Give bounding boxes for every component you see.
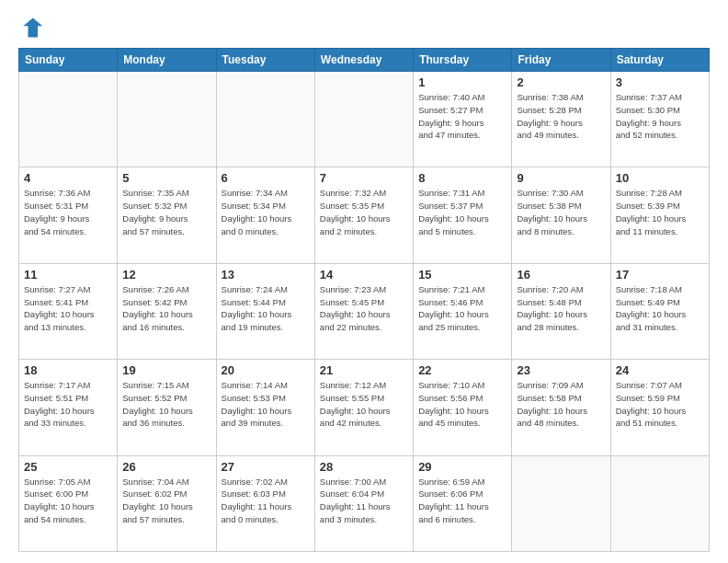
day-number: 14 xyxy=(320,268,408,282)
logo-icon xyxy=(18,15,44,40)
day-number: 28 xyxy=(320,460,408,474)
calendar-cell: 28Sunrise: 7:00 AM Sunset: 6:04 PM Dayli… xyxy=(314,455,413,551)
day-number: 15 xyxy=(418,268,506,282)
day-number: 21 xyxy=(320,363,408,377)
calendar-cell: 15Sunrise: 7:21 AM Sunset: 5:46 PM Dayli… xyxy=(414,263,512,359)
calendar-cell: 8Sunrise: 7:31 AM Sunset: 5:37 PM Daylig… xyxy=(414,167,512,263)
header xyxy=(18,15,710,40)
day-info: Sunrise: 7:32 AM Sunset: 5:35 PM Dayligh… xyxy=(320,187,408,237)
day-number: 22 xyxy=(418,363,506,377)
calendar-cell: 21Sunrise: 7:12 AM Sunset: 5:55 PM Dayli… xyxy=(314,360,413,455)
weekday-header-friday: Friday xyxy=(512,49,610,72)
calendar-cell xyxy=(314,72,413,167)
day-info: Sunrise: 7:04 AM Sunset: 6:02 PM Dayligh… xyxy=(122,476,210,526)
day-number: 24 xyxy=(616,363,704,377)
calendar-week-row: 25Sunrise: 7:05 AM Sunset: 6:00 PM Dayli… xyxy=(19,455,710,551)
day-info: Sunrise: 7:28 AM Sunset: 5:39 PM Dayligh… xyxy=(616,187,704,237)
day-info: Sunrise: 7:23 AM Sunset: 5:45 PM Dayligh… xyxy=(320,283,408,334)
weekday-header-wednesday: Wednesday xyxy=(314,49,413,72)
calendar-cell: 23Sunrise: 7:09 AM Sunset: 5:58 PM Dayli… xyxy=(512,360,610,455)
day-number: 11 xyxy=(24,268,112,282)
day-number: 8 xyxy=(418,171,506,185)
day-number: 3 xyxy=(616,75,704,89)
calendar-cell: 19Sunrise: 7:15 AM Sunset: 5:52 PM Dayli… xyxy=(118,360,216,455)
day-info: Sunrise: 7:31 AM Sunset: 5:37 PM Dayligh… xyxy=(418,187,506,237)
calendar-cell: 11Sunrise: 7:27 AM Sunset: 5:41 PM Dayli… xyxy=(19,263,118,359)
calendar-cell xyxy=(216,72,314,167)
calendar-cell: 13Sunrise: 7:24 AM Sunset: 5:44 PM Dayli… xyxy=(216,263,314,359)
calendar-cell: 17Sunrise: 7:18 AM Sunset: 5:49 PM Dayli… xyxy=(610,263,709,359)
calendar-cell: 9Sunrise: 7:30 AM Sunset: 5:38 PM Daylig… xyxy=(512,167,610,263)
day-number: 4 xyxy=(24,171,112,185)
day-number: 26 xyxy=(122,460,210,474)
day-info: Sunrise: 7:34 AM Sunset: 5:34 PM Dayligh… xyxy=(222,187,310,237)
day-number: 29 xyxy=(418,460,506,474)
day-info: Sunrise: 7:05 AM Sunset: 6:00 PM Dayligh… xyxy=(24,476,112,526)
day-info: Sunrise: 7:12 AM Sunset: 5:55 PM Dayligh… xyxy=(320,379,408,430)
calendar-table: SundayMondayTuesdayWednesdayThursdayFrid… xyxy=(18,48,710,552)
day-info: Sunrise: 7:17 AM Sunset: 5:51 PM Dayligh… xyxy=(24,379,112,430)
calendar-cell: 16Sunrise: 7:20 AM Sunset: 5:48 PM Dayli… xyxy=(512,263,610,359)
day-number: 25 xyxy=(24,460,112,474)
calendar-cell: 4Sunrise: 7:36 AM Sunset: 5:31 PM Daylig… xyxy=(19,167,118,263)
day-number: 10 xyxy=(616,171,704,185)
day-number: 20 xyxy=(222,363,310,377)
weekday-header-sunday: Sunday xyxy=(19,49,118,72)
day-number: 13 xyxy=(222,268,310,282)
calendar-cell: 27Sunrise: 7:02 AM Sunset: 6:03 PM Dayli… xyxy=(216,455,314,551)
day-info: Sunrise: 7:30 AM Sunset: 5:38 PM Dayligh… xyxy=(517,187,605,237)
day-info: Sunrise: 7:35 AM Sunset: 5:32 PM Dayligh… xyxy=(122,187,210,237)
weekday-header-monday: Monday xyxy=(118,49,216,72)
calendar-cell: 25Sunrise: 7:05 AM Sunset: 6:00 PM Dayli… xyxy=(19,455,118,551)
day-number: 5 xyxy=(122,171,210,185)
calendar-week-row: 4Sunrise: 7:36 AM Sunset: 5:31 PM Daylig… xyxy=(19,167,710,263)
calendar-cell: 20Sunrise: 7:14 AM Sunset: 5:53 PM Dayli… xyxy=(216,360,314,455)
day-info: Sunrise: 7:40 AM Sunset: 5:27 PM Dayligh… xyxy=(418,91,506,142)
svg-marker-0 xyxy=(23,18,42,38)
day-number: 6 xyxy=(222,171,310,185)
logo xyxy=(18,15,48,40)
day-number: 19 xyxy=(122,363,210,377)
day-number: 27 xyxy=(222,460,310,474)
calendar-cell xyxy=(610,455,709,551)
day-number: 23 xyxy=(517,363,605,377)
calendar-cell: 6Sunrise: 7:34 AM Sunset: 5:34 PM Daylig… xyxy=(216,167,314,263)
day-info: Sunrise: 7:09 AM Sunset: 5:58 PM Dayligh… xyxy=(517,379,605,430)
calendar-cell: 22Sunrise: 7:10 AM Sunset: 5:56 PM Dayli… xyxy=(414,360,512,455)
calendar-cell: 24Sunrise: 7:07 AM Sunset: 5:59 PM Dayli… xyxy=(610,360,709,455)
day-info: Sunrise: 7:07 AM Sunset: 5:59 PM Dayligh… xyxy=(616,379,704,430)
day-info: Sunrise: 7:36 AM Sunset: 5:31 PM Dayligh… xyxy=(24,187,112,237)
calendar-cell: 10Sunrise: 7:28 AM Sunset: 5:39 PM Dayli… xyxy=(610,167,709,263)
calendar-cell: 26Sunrise: 7:04 AM Sunset: 6:02 PM Dayli… xyxy=(118,455,216,551)
day-info: Sunrise: 7:15 AM Sunset: 5:52 PM Dayligh… xyxy=(122,379,210,430)
weekday-header-tuesday: Tuesday xyxy=(216,49,314,72)
day-number: 18 xyxy=(24,363,112,377)
calendar-cell: 7Sunrise: 7:32 AM Sunset: 5:35 PM Daylig… xyxy=(314,167,413,263)
day-info: Sunrise: 7:27 AM Sunset: 5:41 PM Dayligh… xyxy=(24,283,112,334)
calendar-week-row: 1Sunrise: 7:40 AM Sunset: 5:27 PM Daylig… xyxy=(19,72,710,167)
calendar-cell: 14Sunrise: 7:23 AM Sunset: 5:45 PM Dayli… xyxy=(314,263,413,359)
day-info: Sunrise: 7:38 AM Sunset: 5:28 PM Dayligh… xyxy=(517,91,605,142)
calendar-cell: 12Sunrise: 7:26 AM Sunset: 5:42 PM Dayli… xyxy=(118,263,216,359)
day-info: Sunrise: 7:18 AM Sunset: 5:49 PM Dayligh… xyxy=(616,283,704,334)
day-info: Sunrise: 7:10 AM Sunset: 5:56 PM Dayligh… xyxy=(418,379,506,430)
calendar-cell: 5Sunrise: 7:35 AM Sunset: 5:32 PM Daylig… xyxy=(118,167,216,263)
day-number: 9 xyxy=(517,171,605,185)
calendar-cell: 2Sunrise: 7:38 AM Sunset: 5:28 PM Daylig… xyxy=(512,72,610,167)
day-info: Sunrise: 7:24 AM Sunset: 5:44 PM Dayligh… xyxy=(222,283,310,334)
day-info: Sunrise: 6:59 AM Sunset: 6:06 PM Dayligh… xyxy=(418,476,506,526)
day-info: Sunrise: 7:20 AM Sunset: 5:48 PM Dayligh… xyxy=(517,283,605,334)
day-info: Sunrise: 7:14 AM Sunset: 5:53 PM Dayligh… xyxy=(222,379,310,430)
day-info: Sunrise: 7:02 AM Sunset: 6:03 PM Dayligh… xyxy=(222,476,310,526)
page: SundayMondayTuesdayWednesdayThursdayFrid… xyxy=(0,0,728,563)
calendar-cell: 3Sunrise: 7:37 AM Sunset: 5:30 PM Daylig… xyxy=(610,72,709,167)
day-info: Sunrise: 7:26 AM Sunset: 5:42 PM Dayligh… xyxy=(122,283,210,334)
weekday-header-thursday: Thursday xyxy=(414,49,512,72)
day-number: 2 xyxy=(517,75,605,89)
day-info: Sunrise: 7:21 AM Sunset: 5:46 PM Dayligh… xyxy=(418,283,506,334)
day-number: 16 xyxy=(517,268,605,282)
calendar-cell xyxy=(512,455,610,551)
calendar-cell xyxy=(19,72,118,167)
calendar-cell: 29Sunrise: 6:59 AM Sunset: 6:06 PM Dayli… xyxy=(414,455,512,551)
weekday-header-row: SundayMondayTuesdayWednesdayThursdayFrid… xyxy=(19,49,710,72)
